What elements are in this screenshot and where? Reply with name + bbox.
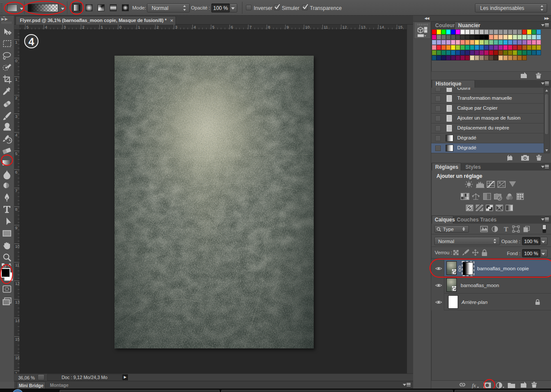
svg-text:T: T: [504, 226, 508, 233]
svg-text:fx: fx: [472, 382, 476, 389]
